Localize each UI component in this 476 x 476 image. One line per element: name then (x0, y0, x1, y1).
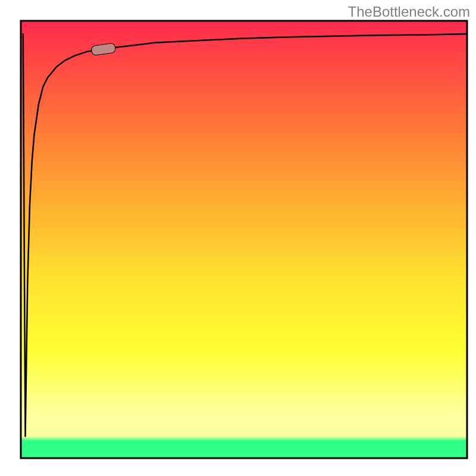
chart-container: TheBottleneck.com (0, 0, 476, 476)
chart-svg (0, 0, 476, 476)
plot-background (21, 21, 467, 458)
watermark-text: TheBottleneck.com (348, 4, 470, 20)
